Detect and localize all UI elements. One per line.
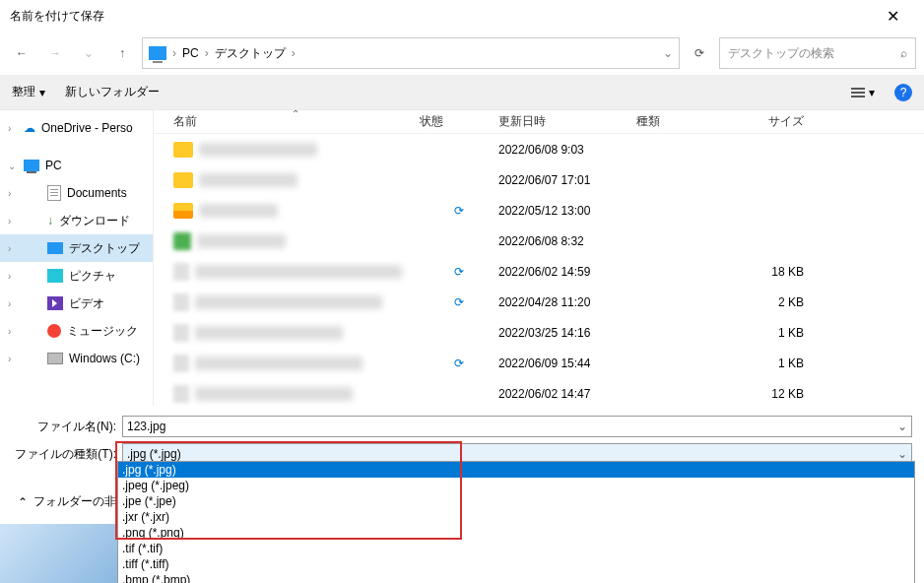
sync-icon: ⟳ [454, 356, 464, 370]
filetype-label: ファイルの種類(T): [12, 446, 122, 463]
col-size[interactable]: サイズ [755, 113, 824, 130]
filetype-option[interactable]: .jpg (*.jpg) [118, 462, 914, 478]
chevron-right-icon: › [292, 46, 296, 60]
filetype-option[interactable]: .jxr (*.jxr) [118, 509, 914, 525]
drive-icon [47, 353, 63, 364]
filetype-option[interactable]: .jpeg (*.jpeg) [118, 478, 914, 493]
table-row[interactable]: 2022/06/08 9:03 [154, 134, 924, 164]
filename-label: ファイル名(N): [12, 419, 122, 435]
chevron-down-icon: ▾ [39, 86, 45, 99]
file-icon [173, 172, 193, 188]
filetype-option[interactable]: .jpe (*.jpe) [118, 493, 914, 509]
file-date: 2022/03/25 14:16 [498, 326, 636, 340]
table-row[interactable]: ⟳2022/05/12 13:00 [154, 195, 924, 226]
sidebar-item-documents[interactable]: ›Documents [0, 179, 153, 207]
breadcrumb-desktop[interactable]: デスクトップ [215, 45, 286, 62]
help-button[interactable]: ? [894, 84, 912, 101]
file-date: 2022/06/08 9:03 [498, 143, 636, 157]
sidebar-item-videos[interactable]: ›ビデオ [0, 290, 153, 317]
file-date: 2022/06/02 14:59 [498, 265, 636, 279]
sidebar-item-desktop[interactable]: ›デスクトップ [0, 234, 153, 262]
new-folder-button[interactable]: 新しいフォルダー [65, 84, 160, 100]
refresh-button[interactable]: ⟳ [686, 39, 713, 67]
pc-icon [149, 46, 166, 60]
filetype-option[interactable]: .tif (*.tif) [118, 541, 914, 556]
nav-back-button[interactable]: ← [8, 39, 35, 67]
chevron-down-icon[interactable]: ⌄ [897, 420, 907, 433]
sort-indicator-icon: ⌃ [292, 108, 299, 119]
filetype-option[interactable]: .tiff (*.tiff) [118, 556, 914, 572]
view-options-button[interactable]: ▾ [851, 86, 875, 99]
filetype-option[interactable]: .png (*.png) [118, 525, 914, 541]
list-view-icon [851, 88, 865, 97]
file-size: 12 KB [755, 387, 824, 401]
sidebar: ›☁OneDrive - Perso ⌄PC ›Documents ›↓ダウンロ… [0, 110, 153, 406]
table-row[interactable]: 2022/06/08 8:32 [154, 226, 924, 256]
file-icon [173, 263, 189, 281]
chevron-right-icon: › [205, 46, 209, 60]
desktop-icon [47, 242, 63, 254]
file-date: 2022/06/02 14:47 [498, 387, 636, 401]
picture-icon [47, 269, 63, 283]
music-icon [47, 324, 61, 338]
table-row[interactable]: 2022/03/25 14:161 KB [154, 317, 924, 348]
sidebar-item-pc[interactable]: ⌄PC [0, 152, 153, 179]
chevron-down-icon[interactable]: ⌄ [897, 447, 907, 461]
search-input[interactable]: デスクトップの検索 ⌕ [719, 37, 916, 69]
search-icon: ⌕ [900, 46, 907, 60]
table-row[interactable]: ⟳2022/04/28 11:202 KB [154, 287, 924, 317]
filetype-dropdown[interactable]: .jpg (*.jpg).jpeg (*.jpeg).jpe (*.jpe).j… [117, 461, 915, 583]
file-icon [173, 355, 189, 372]
organize-menu[interactable]: 整理▾ [12, 84, 45, 100]
file-date: 2022/06/07 17:01 [498, 173, 636, 187]
file-icon [173, 385, 189, 403]
filename-input[interactable]: 123.jpg⌄ [122, 416, 912, 437]
table-row[interactable]: 2022/06/07 17:01 [154, 164, 924, 195]
cloud-icon: ☁ [24, 121, 35, 135]
download-icon: ↓ [47, 214, 53, 227]
file-icon [173, 232, 191, 250]
window-title: 名前を付けて保存 [10, 8, 871, 25]
column-headers[interactable]: 名前 状態 更新日時 種類 サイズ [154, 110, 924, 134]
file-list[interactable]: ⌃ 名前 状態 更新日時 種類 サイズ 2022/06/08 9:032022/… [153, 110, 924, 406]
nav-recent-button[interactable]: ⌄ [75, 39, 102, 67]
file-date: 2022/04/28 11:20 [498, 295, 636, 309]
file-date: 2022/05/12 13:00 [498, 204, 636, 218]
desktop-background [0, 524, 119, 583]
chevron-down-icon[interactable]: ⌄ [663, 46, 673, 60]
file-icon [173, 203, 193, 219]
table-row[interactable]: ⟳2022/06/02 14:5918 KB [154, 256, 924, 287]
file-icon [173, 324, 189, 342]
sidebar-item-onedrive[interactable]: ›☁OneDrive - Perso [0, 114, 153, 142]
address-bar[interactable]: › PC › デスクトップ › ⌄ [142, 37, 680, 69]
sync-icon: ⟳ [454, 295, 464, 309]
sidebar-item-downloads[interactable]: ›↓ダウンロード [0, 207, 153, 234]
col-status[interactable]: 状態 [420, 113, 498, 130]
sidebar-item-pictures[interactable]: ›ピクチャ [0, 262, 153, 290]
file-size: 2 KB [755, 295, 824, 309]
col-date[interactable]: 更新日時 [498, 113, 636, 130]
chevron-right-icon: › [172, 46, 176, 60]
nav-up-button[interactable]: ↑ [108, 39, 136, 67]
file-size: 18 KB [755, 265, 824, 279]
sidebar-item-cdrive[interactable]: ›Windows (C:) [0, 345, 153, 372]
close-button[interactable]: ✕ [871, 7, 914, 26]
sync-icon: ⟳ [454, 265, 464, 279]
search-placeholder: デスクトップの検索 [728, 45, 900, 62]
file-date: 2022/06/08 8:32 [498, 234, 636, 248]
video-icon [47, 296, 63, 310]
chevron-up-icon: ⌃ [18, 495, 28, 509]
sidebar-item-music[interactable]: ›ミュージック [0, 317, 153, 345]
table-row[interactable]: ⟳2022/06/09 15:441 KB [154, 348, 924, 378]
chevron-down-icon: ▾ [869, 86, 875, 99]
filetype-option[interactable]: .bmp (*.bmp) [118, 572, 914, 583]
table-row[interactable]: 2022/06/02 14:4712 KB [154, 378, 924, 409]
col-type[interactable]: 種類 [636, 113, 755, 130]
sync-icon: ⟳ [454, 204, 464, 218]
file-date: 2022/06/09 15:44 [498, 356, 636, 370]
breadcrumb-pc[interactable]: PC [182, 46, 199, 60]
nav-forward-button[interactable]: → [41, 39, 69, 67]
file-icon [173, 293, 189, 311]
file-size: 1 KB [755, 326, 824, 340]
document-icon [47, 185, 61, 201]
